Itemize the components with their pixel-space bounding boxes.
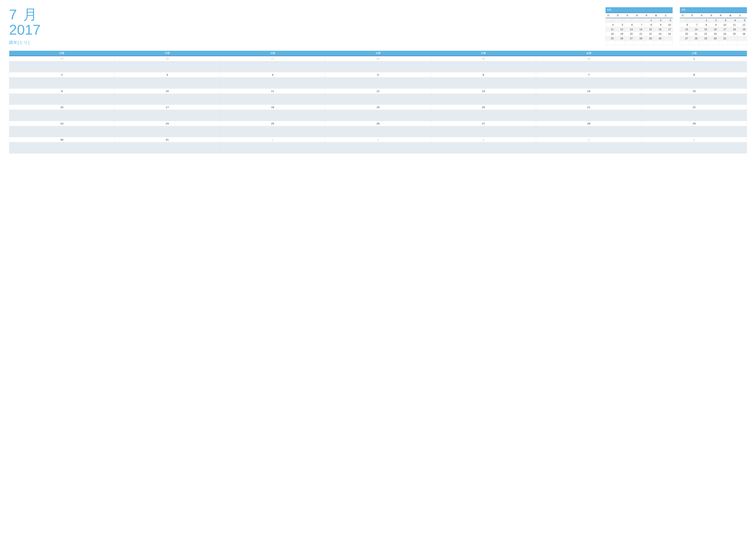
mini-day: 30: [680, 18, 689, 23]
mini-title-prev: 6月: [606, 7, 673, 13]
main-calendar: 日曜月曜火曜水曜木曜金曜土曜25262728293012345678910111…: [9, 51, 747, 153]
main-day-number: 12: [325, 89, 431, 93]
mini-day: 28: [606, 18, 615, 23]
mini-dow: 水: [634, 13, 644, 18]
mini-day: 1: [644, 18, 653, 23]
main-day-number: 30: [536, 56, 641, 61]
mini-day: 7: [634, 23, 644, 27]
main-day-body: [431, 77, 536, 89]
mini-day: 9: [709, 23, 718, 27]
main-day-number: 14: [536, 89, 641, 93]
mini-day: 29: [615, 18, 625, 23]
title-month: 7 月: [9, 7, 74, 22]
mini-dow: 月: [689, 13, 699, 18]
main-day-body: [9, 110, 115, 121]
mini-day: [689, 41, 699, 45]
mini-day: 22: [699, 32, 709, 36]
main-day-body: [220, 61, 325, 72]
mini-day: 18: [728, 27, 737, 32]
mini-day: 3: [718, 18, 728, 23]
mini-day: 30: [653, 36, 663, 41]
main-day-body: [641, 61, 747, 72]
main-day-body: [431, 110, 536, 121]
main-day-body: [325, 110, 431, 121]
main-day-number: 18: [220, 105, 325, 110]
main-day-number: 2: [325, 137, 431, 142]
main-day-body: [536, 142, 641, 153]
main-day-body: [9, 126, 115, 137]
mini-day: 8: [644, 23, 653, 27]
mini-day: 2: [653, 18, 663, 23]
mini-day: 19: [737, 27, 747, 32]
main-day-number: 22: [641, 105, 747, 110]
main-day-number: 29: [431, 56, 536, 61]
mini-day: 17: [718, 27, 728, 32]
main-day-number: 11: [220, 89, 325, 93]
mini-day: 24: [663, 32, 673, 36]
main-day-body: [641, 110, 747, 121]
mini-day: [737, 41, 747, 45]
main-dow: 木曜: [431, 51, 536, 56]
mini-day: [699, 41, 709, 45]
mini-title-next: 8月: [680, 7, 747, 13]
mini-day: [718, 41, 728, 45]
main-day-number: 31: [115, 137, 220, 142]
mini-day: 13: [625, 27, 634, 32]
mini-dow: 金: [653, 13, 663, 18]
mini-calendar-next: 8月日月火水木金土3031123456789101112131415161718…: [680, 7, 747, 45]
mini-day: [728, 41, 737, 45]
main-table: 日曜月曜火曜水曜木曜金曜土曜25262728293012345678910111…: [9, 51, 747, 153]
mini-day: 26: [615, 36, 625, 41]
main-day-body: [115, 77, 220, 89]
main-day-number: 3: [115, 72, 220, 77]
mini-dow: 月: [615, 13, 625, 18]
mini-day: 31: [718, 36, 728, 41]
mini-day: 25: [606, 36, 615, 41]
main-day-number: 25: [9, 56, 115, 61]
main-dow: 月曜: [115, 51, 220, 56]
main-day-body: [431, 93, 536, 105]
mini-day: 6: [680, 23, 689, 27]
main-day-body: [641, 93, 747, 105]
mini-day: 10: [718, 23, 728, 27]
mini-calendars: 6月日月火水木金土2829303112345678910111213141516…: [82, 7, 747, 45]
mini-day: 7: [689, 23, 699, 27]
mini-day: 5: [737, 18, 747, 23]
mini-day: [653, 41, 663, 45]
title-block: 7 月 2017 酉年[とり]: [9, 7, 74, 45]
title-subtitle: 酉年[とり]: [9, 40, 74, 45]
mini-dow: 水: [709, 13, 718, 18]
main-day-number: 10: [115, 89, 220, 93]
mini-day: 29: [699, 36, 709, 41]
main-day-body: [9, 77, 115, 89]
main-day-number: 15: [641, 89, 747, 93]
main-day-number: 6: [431, 72, 536, 77]
mini-day: 1: [728, 36, 737, 41]
main-day-number: 9: [9, 89, 115, 93]
header-row: 7 月 2017 酉年[とり] 6月日月火水木金土282930311234567…: [9, 7, 747, 45]
mini-day: 11: [606, 27, 615, 32]
main-day-number: 26: [115, 56, 220, 61]
mini-day: 12: [737, 23, 747, 27]
mini-day: 11: [728, 23, 737, 27]
main-day-body: [9, 61, 115, 72]
mini-day: 2: [737, 36, 747, 41]
main-day-body: [431, 142, 536, 153]
main-day-body: [641, 77, 747, 89]
mini-day: 30: [709, 36, 718, 41]
main-day-number: 29: [641, 121, 747, 126]
main-day-body: [115, 61, 220, 72]
mini-day: [709, 41, 718, 45]
mini-day: [663, 41, 673, 45]
main-day-body: [9, 142, 115, 153]
main-day-number: 8: [641, 72, 747, 77]
main-day-number: 1: [641, 56, 747, 61]
mini-day: 18: [606, 32, 615, 36]
mini-dow: 土: [737, 13, 747, 18]
main-day-number: 24: [115, 121, 220, 126]
mini-day: [680, 41, 689, 45]
main-day-number: 25: [220, 121, 325, 126]
mini-day: 31: [689, 18, 699, 23]
mini-day: 12: [615, 27, 625, 32]
mini-day: 10: [663, 23, 673, 27]
